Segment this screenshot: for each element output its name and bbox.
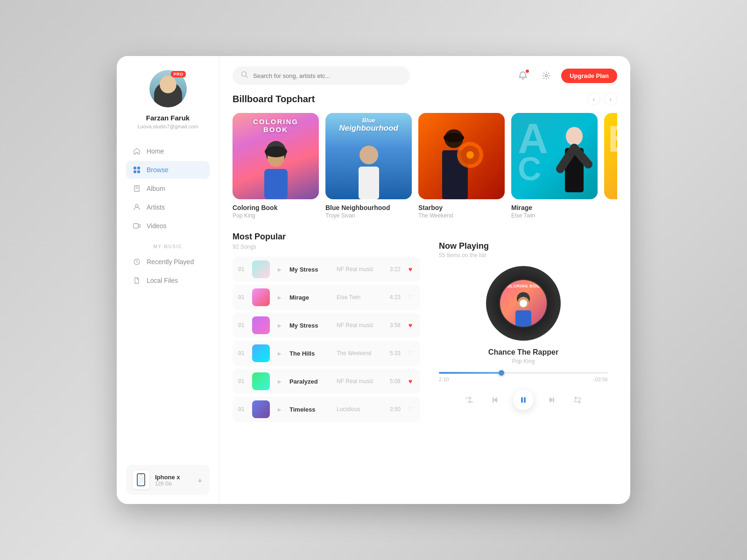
track-row[interactable]: 01 ▶ Mirage Else Twin 4:23 ♡ [233,285,420,310]
svg-rect-11 [138,476,144,483]
most-popular-count: 92 Songs [233,244,420,250]
album-card[interactable]: A C Mirage Else Twin [511,113,598,219]
prev-arrow-button[interactable]: ‹ [587,92,600,105]
billboard-header: Billboard Topchart ‹ › [233,92,617,105]
album-card[interactable]: B [604,113,617,219]
track-artist: NF Real music [337,322,379,329]
track-number: 01 [238,406,247,413]
album-title: Coloring Book [233,204,319,211]
album-cover-mirage: A C [511,113,598,199]
device-name: Iphone x [155,474,191,481]
user-name: Farzan Faruk [146,114,190,122]
like-button[interactable]: ♥ [406,378,415,385]
most-popular-section: Most Popular 92 Songs 01 ▶ My Stress NF … [233,232,420,422]
like-button[interactable]: ♥ [406,266,415,273]
next-arrow-button[interactable]: › [604,92,617,105]
play-icon: ▶ [275,265,284,273]
artist-figure [428,125,484,199]
svg-point-18 [265,146,287,157]
vinyl-artist-figure [507,289,540,327]
device-card[interactable]: Iphone x 128 Gb ▲ [126,465,210,495]
track-row[interactable]: 01 ▶ Paralyzed NF Real music 5:08 ♥ [233,369,420,394]
track-number: 01 [238,294,247,301]
track-number: 01 [238,322,247,329]
track-row[interactable]: 01 ▶ Timeless Lucidious 3:50 ♡ [233,397,420,422]
svg-rect-2 [134,170,136,173]
track-name: My Stress [289,322,331,329]
sidebar-item-videos[interactable]: Videos [126,217,210,235]
track-duration: 3:50 [384,406,401,413]
svg-rect-7 [134,224,138,228]
track-artist: Lucidious [337,406,379,413]
like-button[interactable]: ♡ [406,294,415,301]
progress-thumb [499,370,504,376]
track-row[interactable]: 01 ▶ My Stress NF Real music 3:58 ♥ [233,313,420,338]
like-button[interactable]: ♥ [406,322,415,329]
chevron-up-icon: ▲ [197,476,203,483]
progress-fill [439,372,501,374]
track-row[interactable]: 01 ▶ The Hills The Weekend 5:33 ♡ [233,341,420,366]
home-icon [133,147,141,155]
svg-point-14 [545,75,548,77]
track-list: 01 ▶ My Stress NF Real music 3:22 ♥ 01 [233,257,420,422]
like-button[interactable]: ♡ [406,350,415,357]
sidebar-item-browse[interactable]: Browse [126,161,210,179]
play-icon: ▶ [275,405,284,413]
album-title: Starboy [418,204,505,211]
album-cover-starboy [418,113,505,199]
track-duration: 3:58 [384,322,401,329]
album-cover-bet: B [604,113,617,199]
shuffle-button[interactable] [461,392,478,408]
sidebar-item-artists[interactable]: Artists [126,198,210,216]
nav-arrows: ‹ › [587,92,617,105]
play-icon: ▶ [275,377,284,385]
artist-figure [345,139,392,199]
track-number: 01 [238,266,247,273]
svg-rect-37 [524,397,526,403]
next-button[interactable] [543,392,560,408]
app-container: PRO Farzan Faruk Luova.studio7@gmail.com… [117,56,630,504]
search-input[interactable] [253,72,402,79]
sidebar-item-recently-played[interactable]: Recently Played [126,253,210,271]
search-bar[interactable] [233,66,410,85]
sidebar-item-home[interactable]: Home [126,142,210,160]
previous-button[interactable] [487,392,504,408]
settings-button[interactable] [538,67,555,84]
notification-button[interactable] [514,67,531,84]
album-title: Blue Neighbourhood [325,204,412,211]
most-popular-title: Most Popular [233,232,420,242]
upgrade-plan-button[interactable]: Upgrade Plan [561,69,617,83]
videos-icon [133,222,141,230]
album-artist: The Weekend [418,212,505,219]
album-title: Mirage [511,204,598,211]
current-time: 2:10 [439,377,449,382]
album-card[interactable]: BlueNeighbourhood Blue Neighbourhood Tro… [325,113,412,219]
progress-wrap [439,372,608,374]
svg-rect-0 [134,167,136,169]
browse-icon [133,166,141,174]
sidebar-item-album[interactable]: Album [126,180,210,197]
progress-bar[interactable] [439,372,608,374]
repeat-button[interactable] [569,392,586,408]
svg-rect-39 [553,397,555,403]
svg-rect-17 [264,169,288,199]
sidebar-item-local-files[interactable]: Local Files [126,272,210,289]
track-thumbnail [252,260,270,278]
artist-figure [556,122,593,192]
track-thumbnail [252,344,270,362]
svg-point-6 [135,204,138,207]
pause-button[interactable] [513,390,534,410]
track-artist: Else Twin [337,294,379,301]
svg-marker-38 [550,397,553,403]
album-card[interactable]: COLORINGBOOK Coloring Book Pop King [233,113,319,219]
album-art-text: COLORINGBOOK [233,118,319,133]
user-email: Luova.studio7@gmail.com [138,124,198,129]
svg-rect-33 [515,310,531,327]
album-cover-blue-nbhd: BlueNeighbourhood [325,113,412,199]
track-name: The Hills [289,350,331,357]
like-button[interactable]: ♡ [406,406,415,413]
track-row[interactable]: 01 ▶ My Stress NF Real music 3:22 ♥ [233,257,420,282]
time-row: 2:10 -03:56 [439,377,608,382]
device-info: Iphone x 128 Gb [155,474,191,486]
album-card[interactable]: Starboy The Weekend [418,113,505,219]
